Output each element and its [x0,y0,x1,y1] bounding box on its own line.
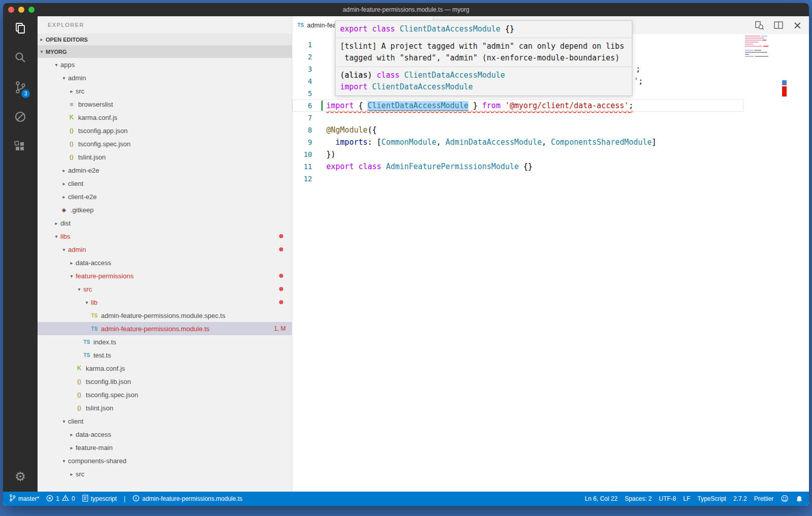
open-editors-header[interactable]: ▸ OPEN EDITORS [38,34,292,45]
chevron-down-icon[interactable]: ▾ [75,286,83,292]
file-tree: ▾apps▾admin▸src≡browserslistKkarma.conf.… [38,58,292,492]
notifications-bell-icon[interactable] [796,495,803,503]
chevron-right-icon[interactable]: ▸ [60,194,68,200]
chevron-right-icon[interactable]: ▸ [67,445,76,450]
tree-folder-apps[interactable]: ▾apps [38,58,292,71]
tree-file-admin-feature-permissions.module.ts[interactable]: TSadmin-feature-permissions.module.ts1, … [38,322,292,335]
chevron-right-icon[interactable]: ▸ [60,181,68,186]
activitybar-explorer[interactable] [12,21,28,38]
tree-folder-data-access[interactable]: ▸data-access [38,428,292,441]
tree-folder-feature-main[interactable]: ▸feature-main [38,441,292,454]
activitybar-search[interactable] [12,51,28,67]
chevron-down-icon[interactable]: ▾ [67,273,76,279]
feedback-smiley-icon[interactable]: ☺ [781,495,789,502]
json-file-icon: {} [67,141,76,147]
tree-folder-lib[interactable]: ▾lib [38,296,292,309]
tree-folder-admin-e2e[interactable]: ▸admin-e2e [38,164,292,177]
chevron-right-icon[interactable]: ▸ [67,471,76,477]
close-editor-icon[interactable]: × [793,21,802,30]
tree-file-tsconfig.lib.json[interactable]: {}tsconfig.lib.json [38,375,292,388]
cursor-position-status[interactable]: Ln 6, Col 22 [585,495,618,502]
tree-file-tsconfig.spec.json[interactable]: {}tsconfig.spec.json [38,137,292,150]
token: ; [638,77,643,86]
tree-folder-src[interactable]: ▾src [38,282,292,296]
tree-file-.gitkeep[interactable]: ◆.gitkeep [38,203,292,216]
open-changes-icon[interactable] [754,20,764,30]
minimap[interactable] [745,36,777,60]
tree-item-label: admin [68,74,86,82]
token: '@myorg/client/data-access' [505,101,629,110]
code-line-10[interactable]: 10}) [292,148,809,160]
editor-actions: × [754,20,802,30]
chevron-down-icon[interactable]: ▾ [52,234,60,239]
tree-file-tslint.json[interactable]: {}tslint.json [38,150,292,164]
tree-folder-data-access[interactable]: ▸data-access [38,256,292,269]
activitybar-extensions[interactable] [12,139,28,155]
chevron-right-icon[interactable]: ▸ [60,168,68,173]
tree-file-karma.conf.js[interactable]: Kkarma.conf.js [38,362,292,375]
tree-folder-src[interactable]: ▸src [38,84,292,98]
formatter-status[interactable]: Prettier [754,495,774,502]
tree-folder-feature-permissions[interactable]: ▾feature-permissions [38,269,292,282]
close-window-button[interactable] [8,7,14,13]
tree-folder-dist[interactable]: ▸dist [38,216,292,230]
tree-file-karma.conf.js[interactable]: Kkarma.conf.js [38,111,292,124]
tree-folder-src[interactable]: ▸src [38,467,292,480]
ts-version-status[interactable]: 2.7.2 [733,495,747,502]
tslint-status[interactable]: typescript [82,495,117,503]
status-bar: master* 1 0 typescript | admin-feature-p… [3,492,809,506]
chevron-down-icon[interactable]: ▾ [60,247,68,252]
tree-folder-admin[interactable]: ▾admin [38,243,292,256]
root-folder-header[interactable]: ▾ MYORG [38,45,292,58]
chevron-down-icon[interactable]: ▾ [52,62,60,68]
chevron-right-icon[interactable]: ▸ [67,88,76,94]
tree-folder-client[interactable]: ▸client [38,177,292,190]
chevron-right-icon[interactable]: ▸ [52,220,60,226]
tree-item-label: karma.conf.js [78,114,117,121]
tree-folder-components-shared[interactable]: ▾components-shared [38,454,292,467]
tree-item-label: tslint.json [86,404,113,412]
split-editor-icon[interactable] [773,20,784,30]
file-problem-status[interactable]: admin-feature-permissions.module.ts [132,495,242,503]
activitybar-source-control[interactable]: 3 [12,80,28,96]
scm-pending-changes-badge: 3 [21,89,30,98]
indentation-status[interactable]: Spaces: 2 [625,495,652,502]
token: imports [326,138,367,147]
code-line-8[interactable]: 8@NgModule({ [292,124,809,136]
language-mode-status[interactable]: TypeScript [697,495,726,502]
tree-file-browserslist[interactable]: ≡browserslist [38,98,292,111]
code-line-12[interactable]: 12 [292,173,809,185]
tree-folder-client[interactable]: ▾client [38,414,292,428]
code-line-11[interactable]: 11export class AdminFeaturePermissionsMo… [292,160,809,173]
chevron-right-icon[interactable]: ▸ [67,260,76,266]
tree-folder-libs[interactable]: ▾libs [38,230,292,243]
chevron-right-icon[interactable]: ▸ [67,432,76,437]
code-line-7[interactable]: 7 [292,112,809,124]
tree-file-tsconfig.spec.json[interactable]: {}tsconfig.spec.json [38,388,292,401]
git-branch-status[interactable]: master* [9,494,39,503]
token: ] [652,138,656,147]
tree-file-tsconfig.app.json[interactable]: {}tsconfig.app.json [38,124,292,137]
tree-file-test.ts[interactable]: TStest.ts [38,348,292,362]
title-bar[interactable]: admin-feature-permissions.module.ts — my… [3,3,809,16]
tree-file-index.ts[interactable]: TSindex.ts [38,335,292,348]
chevron-down-icon[interactable]: ▾ [60,75,68,81]
eol-status[interactable]: LF [683,495,690,502]
minimize-window-button[interactable] [18,7,24,13]
code-line-9[interactable]: 9 imports: [CommonModule, AdminDataAcces… [292,136,809,148]
activitybar-debug[interactable] [12,110,28,126]
chevron-down-icon[interactable]: ▾ [60,418,68,424]
tree-file-tslint.json[interactable]: {}tslint.json [38,401,292,414]
code-line-6[interactable]: 6import { ClientDataAccessModule } from … [292,100,809,112]
chevron-right-icon: ▸ [38,37,46,42]
activitybar-settings[interactable]: ⚙ [12,468,28,485]
chevron-down-icon[interactable]: ▾ [83,300,91,305]
encoding-status[interactable]: UTF-8 [659,495,676,502]
tree-file-admin-feature-permissions.module.spec.ts[interactable]: TSadmin-feature-permissions.module.spec.… [38,309,292,322]
tree-folder-admin[interactable]: ▾admin [38,71,292,84]
chevron-down-icon[interactable]: ▾ [60,458,68,464]
error-squiggle: import { ClientDataAccessModule } from '… [326,101,633,110]
problems-status[interactable]: 1 0 [46,495,75,503]
tree-folder-client-e2e[interactable]: ▸client-e2e [38,190,292,203]
zoom-window-button[interactable] [28,7,35,13]
